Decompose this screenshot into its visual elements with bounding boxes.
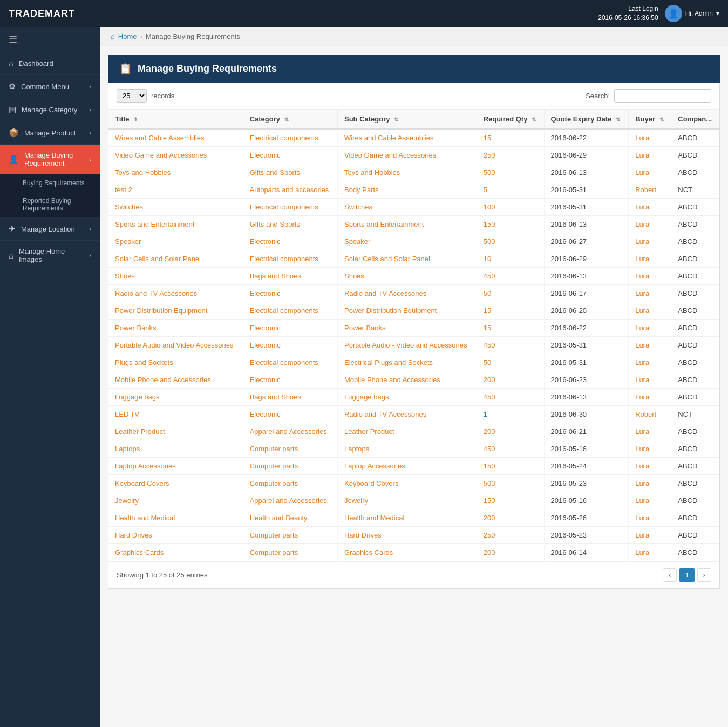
col-company[interactable]: Compan... <box>671 110 719 129</box>
cell-title: Switches <box>108 199 243 216</box>
page-header-icon: 📋 <box>119 62 132 75</box>
next-page-button[interactable]: › <box>697 568 711 582</box>
cell-quote-expiry-date: 2016-06-30 <box>544 406 629 423</box>
records-per-page-select[interactable]: 10 25 50 100 <box>117 89 147 103</box>
table-body: Wires and Cable Assemblies Electrical co… <box>108 129 719 561</box>
table-row: Graphics Cards Computer parts Graphics C… <box>108 544 719 561</box>
cell-company: ABCD <box>671 354 719 371</box>
sidebar-item-manage-category[interactable]: ▤ Manage Category › <box>0 98 100 121</box>
cell-sub-category: Body Parts <box>337 181 477 199</box>
cell-required-qty: 450 <box>477 440 544 458</box>
cell-title: Sports and Entertainment <box>108 216 243 233</box>
sort-icon: ⇅ <box>532 117 536 123</box>
cell-buyer: Lura <box>629 509 671 527</box>
table-row: Wires and Cable Assemblies Electrical co… <box>108 129 719 147</box>
cell-sub-category: Laptop Accessories <box>337 458 477 475</box>
cell-quote-expiry-date: 2016-06-14 <box>544 544 629 561</box>
table-row: Laptop Accessories Computer parts Laptop… <box>108 458 719 475</box>
cell-title: Wires and Cable Assemblies <box>108 129 243 147</box>
sidebar-item-manage-product[interactable]: 📦 Manage Product › <box>0 121 100 145</box>
cell-sub-category: Laptops <box>337 440 477 458</box>
cell-category: Computer parts <box>243 544 337 561</box>
cell-category: Electronic <box>243 406 337 423</box>
col-quote-expiry-date[interactable]: Quote Expiry Date ⇅ <box>544 110 629 129</box>
breadcrumb-home[interactable]: Home <box>118 32 137 40</box>
sidebar-item-manage-buying[interactable]: 👤 Manage Buying Requirement ‹ <box>0 145 100 174</box>
col-title[interactable]: Title ⬆ <box>108 110 243 129</box>
col-buyer[interactable]: Buyer ⇅ <box>629 110 671 129</box>
search-control: Search: <box>586 89 711 103</box>
cell-company: NCT <box>671 406 719 423</box>
cell-category: Computer parts <box>243 475 337 492</box>
cell-required-qty: 200 <box>477 371 544 389</box>
table-row: Hard Drives Computer parts Hard Drives 2… <box>108 527 719 544</box>
sort-icon: ⇅ <box>659 117 664 123</box>
table-row: Health and Medical Health and Beauty Hea… <box>108 509 719 527</box>
cell-title: Plugs and Sockets <box>108 354 243 371</box>
cell-title: test 2 <box>108 181 243 199</box>
cell-category: Electronic <box>243 285 337 302</box>
cell-quote-expiry-date: 2016-06-27 <box>544 233 629 250</box>
cell-category: Electrical components <box>243 354 337 371</box>
cell-quote-expiry-date: 2016-06-23 <box>544 371 629 389</box>
cell-buyer: Robert <box>629 406 671 423</box>
cell-required-qty: 150 <box>477 458 544 475</box>
hamburger-icon[interactable]: ☰ <box>0 27 100 52</box>
sidebar-item-common-menu[interactable]: ⚙ Common Menu › <box>0 75 100 98</box>
cell-title: LED TV <box>108 406 243 423</box>
cell-category: Electrical components <box>243 302 337 320</box>
cell-title: Power Distribution Equipment <box>108 302 243 320</box>
table-row: Switches Electrical components Switches … <box>108 199 719 216</box>
sidebar-item-manage-home-images[interactable]: ⌂ Manage Home Images › <box>0 241 100 270</box>
cell-title: Power Banks <box>108 320 243 337</box>
cell-company: ABCD <box>671 216 719 233</box>
prev-page-button[interactable]: ‹ <box>663 568 677 582</box>
cell-buyer: Lura <box>629 354 671 371</box>
sidebar-item-label: Manage Buying Requirement <box>24 151 84 167</box>
category-icon: ▤ <box>9 105 16 114</box>
cell-quote-expiry-date: 2016-05-31 <box>544 354 629 371</box>
col-category[interactable]: Category ⇅ <box>243 110 337 129</box>
cell-sub-category: Solar Cells and Solar Panel <box>337 250 477 268</box>
sidebar-item-dashboard[interactable]: ⌂ Dashboard <box>0 52 100 75</box>
last-login-info: Last Login 2016-05-26 16:36:50 <box>598 4 658 23</box>
cell-sub-category: Video Game and Accessories <box>337 147 477 164</box>
chevron-left-icon: ‹ <box>89 156 91 162</box>
table-row: Radio and TV Accessories Electronic Radi… <box>108 285 719 302</box>
cell-sub-category: Mobile Phone and Accessories <box>337 371 477 389</box>
sidebar-item-manage-location[interactable]: ✈ Manage Location › <box>0 218 100 241</box>
records-label: records <box>151 92 174 100</box>
cell-category: Health and Beauty <box>243 509 337 527</box>
home-images-icon: ⌂ <box>9 251 13 260</box>
user-info[interactable]: 👤 Hi, Admin ▾ <box>665 5 719 22</box>
sidebar-sub-item-buying-requirements[interactable]: Buying Requirements <box>0 174 100 192</box>
cell-quote-expiry-date: 2016-06-20 <box>544 302 629 320</box>
last-login-label: Last Login <box>598 4 658 13</box>
cell-required-qty: 200 <box>477 544 544 561</box>
cell-title: Laptops <box>108 440 243 458</box>
cell-quote-expiry-date: 2016-06-17 <box>544 285 629 302</box>
col-sub-category[interactable]: Sub Category ⇅ <box>337 110 477 129</box>
cell-category: Bags and Shoes <box>243 268 337 285</box>
cell-quote-expiry-date: 2016-06-13 <box>544 268 629 285</box>
cell-required-qty: 15 <box>477 320 544 337</box>
sidebar-item-label: Common Menu <box>21 83 69 91</box>
cell-quote-expiry-date: 2016-06-13 <box>544 164 629 181</box>
col-required-qty[interactable]: Required Qty ⇅ <box>477 110 544 129</box>
cell-required-qty: 500 <box>477 164 544 181</box>
page-1-button[interactable]: 1 <box>679 568 695 582</box>
cell-required-qty: 450 <box>477 268 544 285</box>
cell-category: Electrical components <box>243 250 337 268</box>
cell-company: NCT <box>671 181 719 199</box>
cell-category: Gifts and Sports <box>243 164 337 181</box>
sidebar-sub-item-reported-buying[interactable]: Reported Buying Requirements <box>0 192 100 218</box>
cell-quote-expiry-date: 2016-06-22 <box>544 320 629 337</box>
chevron-right-icon: › <box>89 83 91 90</box>
search-input[interactable] <box>614 89 711 103</box>
table-footer: Showing 1 to 25 of 25 entries ‹ 1 › <box>108 561 719 588</box>
common-menu-icon: ⚙ <box>9 81 16 91</box>
table-row: Toys and Hobbies Gifts and Sports Toys a… <box>108 164 719 181</box>
cell-company: ABCD <box>671 544 719 561</box>
sort-icon: ⇅ <box>284 117 289 123</box>
cell-sub-category: Power Banks <box>337 320 477 337</box>
